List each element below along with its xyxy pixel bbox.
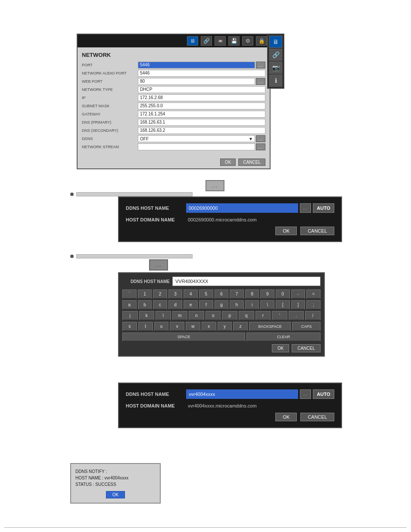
key-5[interactable]: 5	[199, 289, 213, 299]
key-3[interactable]: 3	[168, 289, 183, 299]
key-8[interactable]: 8	[245, 289, 259, 299]
ddns2-ok-btn[interactable]: OK	[275, 413, 297, 421]
ip-value[interactable]: 172.16.2.68	[138, 94, 265, 101]
sidebar-monitor-icon[interactable]: 🖥	[269, 36, 282, 48]
key-semicolon[interactable]: ;	[306, 300, 321, 310]
ddns-value[interactable]: OFF ▼	[138, 135, 255, 142]
key-e[interactable]: e	[184, 300, 198, 310]
key-7[interactable]: 7	[230, 289, 244, 299]
key-r[interactable]: r	[255, 311, 271, 320]
stream-value[interactable]	[138, 143, 255, 150]
ddns-dots-btn[interactable]: ...	[256, 135, 265, 142]
database-icon[interactable]: 💾	[228, 36, 240, 46]
key-k[interactable]: k	[139, 311, 155, 320]
kb-host-input[interactable]	[172, 277, 321, 286]
standalone-dots-button-2[interactable]: ...	[149, 259, 168, 271]
key-9[interactable]: 9	[260, 289, 274, 299]
ddns2-host-input[interactable]	[186, 389, 298, 399]
ddns2-cancel-btn[interactable]: CANCEL	[300, 413, 334, 421]
port-dots-btn[interactable]: ...	[256, 62, 265, 68]
network-ok-button[interactable]: OK	[220, 159, 236, 166]
ddns2-domain-label: HOST DOMAIN NAME	[126, 403, 186, 408]
key-t[interactable]: t	[138, 322, 153, 331]
key-m[interactable]: m	[172, 311, 188, 320]
dvr-icon[interactable]: 📼	[215, 36, 226, 46]
ddns2-auto-btn[interactable]: AUTO	[313, 389, 334, 399]
key-row-3: j k l m n o p q r ' . /	[122, 311, 321, 320]
network-row-gateway: GATEWAY 172.16.1.254	[82, 111, 265, 118]
key-rbracket[interactable]: ]	[291, 300, 305, 310]
ddns2-host-row: DDNS HOST NAME ... AUTO	[126, 389, 334, 399]
subnet-value[interactable]: 255.255.0.0	[138, 103, 265, 109]
key-backtick[interactable]: `	[122, 289, 137, 299]
audio-port-value[interactable]: 5446	[138, 70, 265, 77]
key-o[interactable]: o	[206, 311, 221, 320]
dns-primary-value[interactable]: 168.126.63.1	[138, 119, 265, 126]
key-b[interactable]: b	[138, 300, 152, 310]
sidebar: 🖥 🔗 📷 ℹ	[267, 34, 284, 89]
ddns1-cancel-btn[interactable]: CANCEL	[300, 227, 334, 235]
key-p[interactable]: p	[222, 311, 237, 320]
key-caps[interactable]: CAPS	[292, 322, 321, 331]
key-j[interactable]: j	[122, 311, 138, 320]
network-type-value[interactable]: DHCP	[138, 86, 265, 93]
key-0[interactable]: 0	[276, 289, 290, 299]
key-2[interactable]: 2	[153, 289, 167, 299]
standalone-dots-button-1[interactable]: ...	[206, 180, 224, 191]
key-n[interactable]: n	[189, 311, 204, 320]
key-lbracket[interactable]: [	[276, 300, 290, 310]
sidebar-info-icon[interactable]: ℹ	[269, 75, 282, 87]
ddns1-dots-btn[interactable]: ...	[300, 203, 311, 213]
port-value[interactable]: 5446	[138, 62, 255, 68]
ddns1-host-input[interactable]	[186, 203, 298, 213]
key-i[interactable]: i	[245, 300, 259, 310]
key-row-2: a b c d e f g h i \ [ ] ;	[122, 300, 321, 310]
key-d[interactable]: d	[168, 300, 183, 310]
key-4[interactable]: 4	[184, 289, 198, 299]
key-g[interactable]: g	[215, 300, 229, 310]
keyboard-ok-btn[interactable]: OK	[272, 344, 289, 352]
keyboard-cancel-btn[interactable]: CANCEL	[292, 344, 321, 352]
key-c[interactable]: c	[153, 300, 167, 310]
web-port-dots-btn[interactable]: ...	[256, 78, 265, 85]
key-6[interactable]: 6	[215, 289, 229, 299]
key-quote[interactable]: '	[272, 311, 287, 320]
web-port-value[interactable]: 80	[138, 78, 255, 85]
key-h[interactable]: h	[230, 300, 244, 310]
network-cancel-button[interactable]: CANCEL	[238, 159, 265, 166]
stream-dots-btn[interactable]: ...	[256, 143, 265, 150]
key-v[interactable]: v	[170, 322, 184, 331]
key-w[interactable]: w	[186, 322, 200, 331]
key-s[interactable]: s	[122, 322, 137, 331]
key-a[interactable]: a	[122, 300, 137, 310]
key-1[interactable]: 1	[138, 289, 152, 299]
key-backspace[interactable]: BACKSPACE	[249, 322, 291, 331]
key-period[interactable]: .	[289, 311, 304, 320]
key-clear[interactable]: CLEAR	[246, 333, 321, 342]
sidebar-network2-icon[interactable]: 🔗	[269, 49, 282, 61]
settings-icon[interactable]: ⚙	[242, 36, 253, 46]
key-equals[interactable]: =	[306, 289, 321, 299]
key-z[interactable]: z	[233, 322, 248, 331]
lock-icon[interactable]: 🔒	[256, 36, 267, 46]
key-backslash[interactable]: \	[260, 300, 274, 310]
network-icon[interactable]: 🔗	[201, 36, 212, 46]
sidebar-camera-icon[interactable]: 📷	[269, 62, 282, 74]
ddns2-dots-btn[interactable]: ...	[300, 389, 311, 399]
notify-ok-btn[interactable]: OK	[106, 491, 125, 498]
key-minus[interactable]: -	[291, 289, 305, 299]
dns-secondary-value[interactable]: 168.126.63.2	[138, 127, 265, 134]
monitor-icon[interactable]: 🖥	[187, 36, 198, 46]
ddns1-auto-btn[interactable]: AUTO	[313, 203, 334, 213]
key-x[interactable]: x	[202, 322, 216, 331]
ddns1-ok-btn[interactable]: OK	[275, 227, 297, 235]
key-f[interactable]: f	[199, 300, 213, 310]
gateway-value[interactable]: 172.16.1.254	[138, 111, 265, 118]
key-slash[interactable]: /	[305, 311, 321, 320]
key-y[interactable]: y	[218, 322, 232, 331]
key-l[interactable]: l	[156, 311, 171, 320]
key-space[interactable]: SPACE	[122, 333, 245, 342]
web-port-label: WEB PORT	[82, 79, 138, 84]
key-u[interactable]: u	[154, 322, 169, 331]
key-q[interactable]: q	[239, 311, 254, 320]
